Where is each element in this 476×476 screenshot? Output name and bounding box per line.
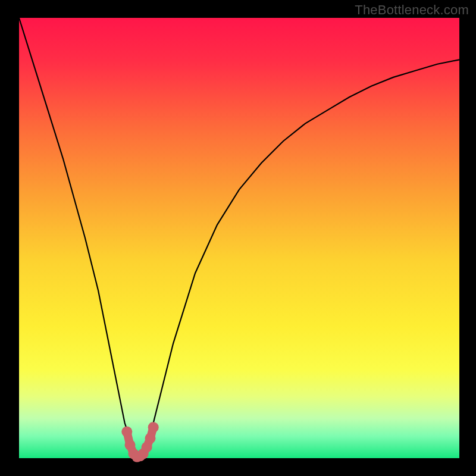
optimal-point: [145, 433, 156, 444]
chart-frame: TheBottleneck.com: [0, 0, 476, 476]
watermark-text: TheBottleneck.com: [355, 2, 469, 18]
bottleneck-chart: [0, 0, 476, 476]
optimal-point: [148, 422, 159, 433]
optimal-point: [121, 427, 132, 437]
